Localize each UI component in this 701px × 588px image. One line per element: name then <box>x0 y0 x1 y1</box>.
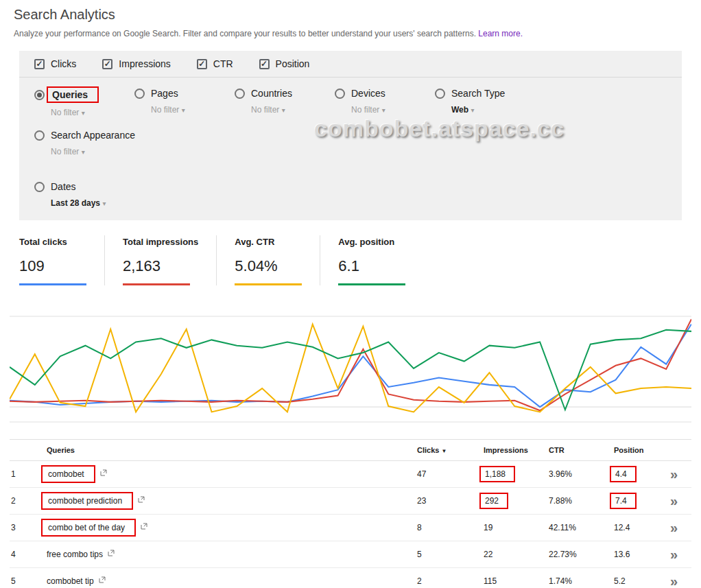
impressions-cell: 22 <box>484 550 549 559</box>
radio-icon[interactable] <box>335 89 345 99</box>
impressions-value: 115 <box>484 576 497 586</box>
caret-down-icon: ▾ <box>82 109 85 117</box>
row-rank: 4 <box>10 550 47 559</box>
dimension-countries[interactable]: CountriesNo filter ▾ <box>235 88 335 117</box>
dimension-filter-dropdown[interactable]: Web ▾ <box>451 105 535 115</box>
query-cell: free combo tips <box>47 550 417 559</box>
radio-icon[interactable] <box>34 182 45 192</box>
clicks-value: 2 <box>417 576 484 586</box>
clicks-value: 5 <box>417 550 484 559</box>
dimension-filter-dropdown[interactable]: No filter ▾ <box>351 105 435 115</box>
metric-toggle-impressions[interactable]: ✓Impressions <box>102 58 170 69</box>
summary-card-avg-ctr: Avg. CTR5.04% <box>216 235 320 285</box>
series-line-ctr <box>10 324 691 412</box>
impressions-cell: 292 <box>484 495 549 507</box>
query-cell: combobet <box>47 465 417 483</box>
series-line-clicks <box>10 324 691 407</box>
position-value: 5.2 <box>614 576 626 586</box>
external-link-icon[interactable] <box>100 469 107 476</box>
clicks-header[interactable]: Clicks▼ <box>417 446 484 454</box>
summary-label: Avg. position <box>338 237 405 247</box>
table-row: 1combobet471,1883.96%4.4» <box>10 461 691 488</box>
position-value: 7.4 <box>610 493 637 509</box>
checkbox-icon[interactable]: ✓ <box>259 59 270 69</box>
checkbox-icon[interactable]: ✓ <box>197 59 207 69</box>
dimension-filter-dropdown[interactable]: Last 28 days ▾ <box>51 198 134 208</box>
row-expand-button[interactable]: » <box>662 574 691 588</box>
summary-value: 109 <box>19 257 86 275</box>
metric-toggle-ctr[interactable]: ✓CTR <box>197 58 233 69</box>
query-link[interactable]: combobet prediction <box>41 492 133 510</box>
checkbox-icon[interactable]: ✓ <box>102 59 112 69</box>
row-expand-button[interactable]: » <box>662 548 691 561</box>
summary-value: 5.04% <box>235 257 302 275</box>
dimension-dates[interactable]: DatesLast 28 days ▾ <box>34 181 134 208</box>
radio-icon[interactable] <box>435 89 445 99</box>
query-link[interactable]: free combo tips <box>47 550 103 559</box>
radio-icon[interactable] <box>134 89 145 99</box>
summary-underline <box>235 283 302 285</box>
query-link[interactable]: combo bet of the day <box>41 519 136 537</box>
checkbox-icon[interactable]: ✓ <box>34 59 45 69</box>
dimension-search-type[interactable]: Search TypeWeb ▾ <box>435 88 535 117</box>
ctr-header[interactable]: CTR <box>549 446 614 454</box>
impressions-header[interactable]: Impressions <box>484 446 549 454</box>
external-link-icon[interactable] <box>99 576 106 583</box>
dimension-filter-dropdown[interactable]: No filter ▾ <box>251 105 335 115</box>
caret-down-icon: ▾ <box>282 106 285 114</box>
caret-down-icon: ▾ <box>382 106 385 114</box>
learn-more-link[interactable]: Learn more. <box>478 29 523 38</box>
external-link-icon[interactable] <box>108 550 115 556</box>
dimension-label: Pages <box>151 88 178 99</box>
query-link[interactable]: combobet <box>41 465 95 483</box>
radio-icon[interactable] <box>34 90 45 100</box>
external-link-icon[interactable] <box>138 496 145 503</box>
impressions-cell: 115 <box>484 576 549 586</box>
row-expand-button[interactable]: » <box>662 494 691 508</box>
dimension-filter-dropdown[interactable]: No filter ▾ <box>151 105 235 115</box>
position-cell: 13.6 <box>614 550 662 559</box>
dimension-pages[interactable]: PagesNo filter ▾ <box>134 88 235 117</box>
subtitle-text: Analyze your performance on Google Searc… <box>14 29 476 38</box>
table-header-row: Queries Clicks▼ Impressions CTR Position <box>10 439 691 461</box>
dimension-label: Queries <box>47 86 99 103</box>
dimension-queries[interactable]: QueriesNo filter ▾ <box>34 88 134 117</box>
query-cell: combobet prediction <box>47 492 417 510</box>
dimension-devices[interactable]: DevicesNo filter ▾ <box>335 88 435 117</box>
row-rank: 5 <box>10 576 47 586</box>
radio-icon[interactable] <box>235 89 245 99</box>
dimension-label: Countries <box>251 88 292 99</box>
queries-header[interactable]: Queries <box>47 446 417 454</box>
table-row: 5combobet tip21151.74%5.2» <box>10 568 691 588</box>
metric-label: Clicks <box>51 58 76 69</box>
query-cell: combobet tip <box>47 576 417 586</box>
summary-label: Avg. CTR <box>235 237 302 247</box>
search-analytics-page: { "page": { "title": "Search Analytics",… <box>0 0 701 588</box>
dimension-filter-dropdown[interactable]: No filter ▾ <box>51 147 171 156</box>
page-header: Search Analytics Analyze your performanc… <box>0 0 701 41</box>
dimension-search-appearance[interactable]: Search AppearanceNo filter ▾ <box>34 130 171 156</box>
query-link[interactable]: combobet tip <box>47 576 94 586</box>
sort-desc-icon: ▼ <box>441 448 447 454</box>
table-row: 2combobet prediction232927.88%7.4» <box>10 488 691 515</box>
metric-label: Impressions <box>119 58 170 69</box>
clicks-value: 23 <box>417 496 484 506</box>
row-expand-button[interactable]: » <box>662 467 691 481</box>
dimension-head: Pages <box>134 88 235 99</box>
query-table-body: 1combobet471,1883.96%4.4»2combobet predi… <box>10 461 691 588</box>
summary-card-total-impressions: Total impressions2,163 <box>104 235 216 285</box>
row-expand-button[interactable]: » <box>662 521 691 534</box>
ctr-value: 3.96% <box>549 469 614 479</box>
dimension-filter-dropdown[interactable]: No filter ▾ <box>51 108 134 117</box>
summary-card-avg-position: Avg. position6.1 <box>320 235 423 285</box>
radio-icon[interactable] <box>34 130 45 141</box>
summary-cards: Total clicks109Total impressions2,163Avg… <box>19 235 682 285</box>
metric-toggle-position[interactable]: ✓Position <box>259 58 310 69</box>
position-value: 12.4 <box>614 523 630 532</box>
clicks-value: 47 <box>417 469 484 479</box>
external-link-icon[interactable] <box>141 523 147 530</box>
metric-toggle-clicks[interactable]: ✓Clicks <box>34 58 76 69</box>
dimension-head: Dates <box>34 181 134 192</box>
metric-label: Position <box>276 58 310 69</box>
position-header[interactable]: Position <box>614 446 662 454</box>
